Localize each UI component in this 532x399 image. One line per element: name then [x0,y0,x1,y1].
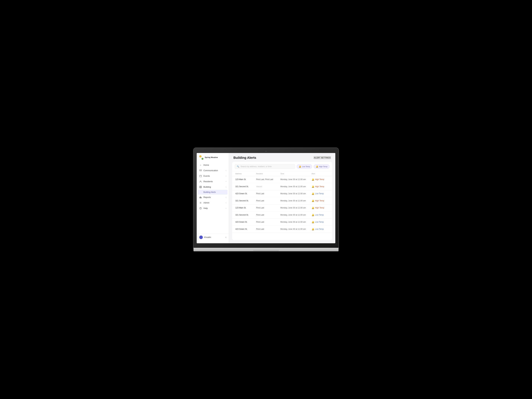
alert-settings-button[interactable]: ALERT SETTINGS [314,156,331,159]
low-temp-icon: 🔔 [299,165,301,168]
table-row[interactable]: 423 Green St. First Last Monday, June 30… [232,219,332,226]
sidebar-item-communication[interactable]: Communication › [197,168,229,173]
sidebar-item-building[interactable]: Building › [197,184,229,190]
cell-resident: Vacant [256,185,280,188]
cell-alert: 🔔 Low Temp [312,214,329,216]
cell-address: 321 Second St. [235,185,256,188]
chevron-down-icon: › [226,186,226,188]
residents-icon [199,180,202,183]
sidebar-item-label: Home [203,164,209,166]
table-row[interactable]: 321 Second St. First Last Monday, June 3… [232,197,332,204]
reports-icon [199,196,202,199]
cell-alert: 🔔 High Temp [312,200,329,202]
cell-address: 123 Main St. [235,178,256,181]
cell-alert: 🔔 Low Temp [312,228,329,230]
cell-alert: 🔔 High Temp [312,185,329,188]
user-menu[interactable]: Khoatlin › [197,234,229,241]
sidebar-item-admin[interactable]: Admin › [197,200,229,206]
cell-resident: First Last, First Last [256,178,280,181]
chevron-down-icon: › [226,207,226,209]
table-row[interactable]: 321 Second St. Vacant Monday, June 30 at… [232,183,332,190]
cell-time: Monday, June 30 at 11:00 am [280,207,311,209]
sidebar-item-label: Residents [203,180,213,183]
app-container: Spring Meadow ⌂ Home Communication › [197,153,335,243]
col-header-time: Time [280,173,311,175]
cell-resident: First Last [256,228,280,230]
low-temp-filter-button[interactable]: 🔔 Low Temp [297,164,312,169]
col-header-address: Address [235,173,256,175]
avatar [199,235,203,239]
alert-label: Low Temp [315,192,324,195]
alert-temp-icon: 🔔 [312,228,314,230]
logo-text: Spring Meadow [205,156,218,158]
cell-time: Monday, June 30 at 11:00 am [280,178,311,181]
alert-label: High Temp [315,207,324,209]
logo-icon [199,155,204,160]
table-row[interactable]: 321 Second St. First Last Monday, June 3… [232,211,332,219]
cell-time: Monday, June 30 at 11:00 am [280,192,311,195]
svg-rect-4 [201,186,201,187]
table-row[interactable]: 423 Green St. First Last Monday, June 30… [232,226,332,233]
cell-address: 321 Second St. [235,200,256,202]
alert-label: Low Temp [315,214,324,216]
logo-circle-top [199,155,202,158]
sidebar-subitem-label: Building Alerts [203,191,216,193]
search-icon: 🔍 [237,165,239,168]
cell-resident: First Last [256,207,280,209]
screen: Spring Meadow ⌂ Home Communication › [197,153,335,243]
table-row[interactable]: 123 Main St. First Last, First Last Mond… [232,176,332,183]
chevron-down-icon: › [226,202,226,204]
sidebar-item-label: Reports [203,196,211,198]
alert-label: High Temp [315,185,324,188]
alert-temp-icon: 🔔 [312,221,314,223]
alert-temp-icon: 🔔 [312,185,314,188]
alert-label: Low Temp [315,228,324,230]
svg-rect-6 [201,187,201,188]
search-box[interactable]: 🔍 Search by address, resident, or time [235,164,295,169]
svg-rect-2 [200,186,202,188]
page-title: Building Alerts [234,156,256,160]
svg-rect-0 [200,175,202,177]
table-row[interactable]: 123 Main St. First Last Monday, June 30 … [232,204,332,211]
sidebar-item-reports[interactable]: Reports › [197,195,229,200]
communication-icon [199,169,202,172]
sidebar-item-label: Building [203,186,211,188]
main-content: Building Alerts ALERT SETTINGS 🔍 Search … [229,153,335,243]
high-temp-label: High Temp [319,165,327,167]
cell-time: Monday, June 30 at 11:00 am [280,214,311,216]
search-input[interactable]: Search by address, resident, or time [241,165,272,168]
sidebar-item-label: Admin [203,202,209,204]
alert-temp-icon: 🔔 [312,192,314,195]
sidebar-item-home[interactable]: ⌂ Home [197,162,229,168]
cell-address: 423 Green St. [235,192,256,195]
sidebar-item-residents[interactable]: Residents › [197,179,229,184]
high-temp-filter-button[interactable]: 🔔 High Temp [314,164,329,169]
cell-address: 123 Main St. [235,207,256,209]
laptop-frame: Spring Meadow ⌂ Home Communication › [193,148,339,251]
cell-address: 423 Green St. [235,228,256,230]
cell-alert: 🔔 High Temp [312,207,329,209]
sidebar-item-help[interactable]: Help › [197,206,229,211]
alert-temp-icon: 🔔 [312,200,314,202]
cell-alert: 🔔 High Temp [312,178,329,181]
table-row[interactable]: 423 Green St. First Last Monday, June 30… [232,190,332,197]
cell-alert: 🔔 Low Temp [312,192,329,195]
cell-time: Monday, June 30 at 11:00 am [280,221,311,223]
svg-point-10 [200,202,201,203]
cell-resident: First Last [256,221,280,223]
sidebar-subitem-building-alerts[interactable]: Building Alerts [198,190,228,195]
table-body: 123 Main St. First Last, First Last Mond… [232,176,332,240]
logo-circle-bottom [202,158,203,160]
alert-label: High Temp [315,178,324,181]
svg-rect-3 [200,186,200,187]
sidebar-item-events[interactable]: Events › [197,173,229,179]
chevron-down-icon: › [226,175,226,177]
svg-point-12 [200,209,201,209]
sidebar-item-label: Help [203,207,208,209]
cell-resident: First Last [256,214,280,216]
logo: Spring Meadow [197,155,229,162]
chevron-down-icon: › [226,196,226,198]
cell-address: 423 Green St. [235,221,256,223]
cell-address: 321 Second St. [235,214,256,216]
low-temp-label: Low Temp [302,165,310,167]
